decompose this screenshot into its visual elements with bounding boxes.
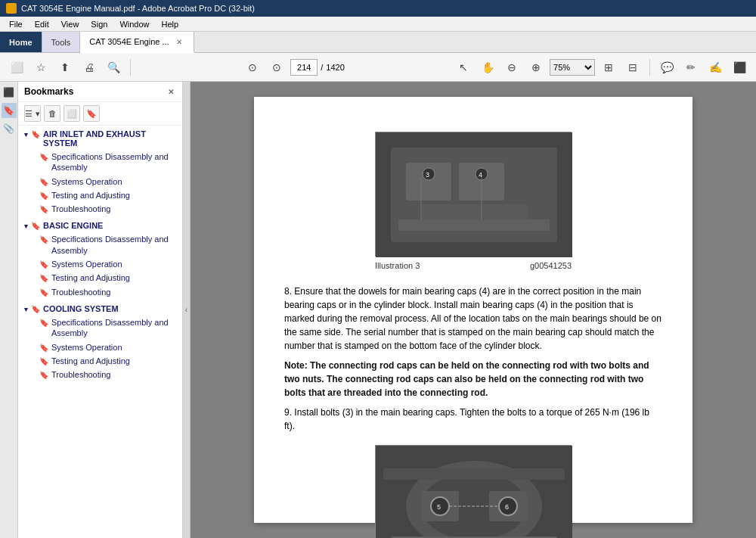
tab-tools-label: Tools [51,38,71,47]
zoom-out-button[interactable]: ⊖ [501,57,522,78]
bm-item-label: Testing and Adjusting [51,356,130,366]
bm-section-header-basic-engine[interactable]: ▾ 🔖 BASIC ENGINE [21,219,179,232]
list-item[interactable]: 🔖 Troubleshooting [36,368,179,381]
tab-tools[interactable]: Tools [42,32,81,52]
list-item[interactable]: 🔖 Testing and Adjusting [36,271,179,285]
illustration-3-caption: Illustration 3 g00541253 [375,260,572,272]
bm-item-label: Troubleshooting [51,287,110,297]
sidebar-icons: ⬛ 🔖 📎 [0,82,18,538]
bm-item-icon: 🔖 [39,343,48,353]
illustration-3-label: Illustration 3 [375,260,420,272]
search-button[interactable]: 🔍 [103,57,124,78]
menu-view[interactable]: View [55,18,85,30]
new-button[interactable]: ⬜ [6,57,27,78]
list-item[interactable]: 🔖 Specifications Disassembly and Assembl… [36,150,179,175]
svg-rect-9 [398,219,550,231]
bookmarks-expand-button[interactable]: ⬜ [64,105,80,122]
menu-file[interactable]: File [3,18,29,30]
doc-step-9-text: 9. Install bolts (3) in the main bearing… [284,406,662,433]
list-item[interactable]: 🔖 Testing and Adjusting [36,188,179,202]
fit-width-button[interactable]: ⊟ [622,57,643,78]
svg-text:6: 6 [505,503,509,511]
bm-items-air-inlet: 🔖 Specifications Disassembly and Assembl… [21,150,179,216]
list-item[interactable]: 🔖 Troubleshooting [36,285,179,299]
bm-item-label: Specifications Disassembly and Assembly [51,234,176,256]
collapse-panel-handle[interactable]: ‹ [183,82,191,538]
bm-item-icon: 🔖 [39,370,48,380]
doc-step-9: 9. Install bolts (3) in the main bearing… [284,406,662,433]
upload-button[interactable]: ⬆ [54,57,76,78]
sep1 [130,59,131,76]
next-page-button[interactable]: ⊙ [266,57,287,78]
list-item[interactable]: 🔖 Systems Operation [36,257,179,271]
list-item[interactable]: 🔖 Systems Operation [36,175,179,188]
bm-section-header-air-inlet[interactable]: ▾ 🔖 AIR INLET AND EXHAUST SYSTEM [21,127,179,150]
bm-section-cooling: ▾ 🔖 COOLING SYSTEM 🔖 Specifications Disa… [18,300,182,383]
menu-help[interactable]: Help [156,18,185,30]
bookmarks-options-button[interactable]: ☰ ▾ [24,105,41,122]
doc-area: 3 4 Illustration 3 g00541253 8. Ensure t… [191,82,756,538]
bookmarks-delete-button[interactable]: 🗑 [44,105,60,122]
comment-button[interactable]: 💬 [656,57,677,78]
page-number-input[interactable] [290,59,318,76]
edit-button[interactable]: ✏ [680,57,702,78]
list-item[interactable]: 🔖 Specifications Disassembly and Assembl… [36,316,179,341]
bm-item-label: Systems Operation [51,259,122,269]
bm-item-icon: 🔖 [39,260,48,269]
tab-document[interactable]: CAT 3054E Engine ... ✕ [80,32,194,53]
menu-edit[interactable]: Edit [29,18,55,30]
attachment-icon[interactable]: 📎 [2,121,17,136]
doc-note: Note: The connecting rod caps can be hel… [284,359,662,400]
share-button[interactable]: ⬛ [729,57,750,78]
bookmark-button[interactable]: ☆ [30,57,51,78]
page-separator: / [321,63,323,72]
bm-item-icon: 🔖 [39,191,48,201]
bm-items-basic-engine: 🔖 Specifications Disassembly and Assembl… [21,232,179,298]
bm-item-label: Specifications Disassembly and Assembly [51,151,176,173]
select-tool[interactable]: ↖ [453,57,474,78]
page-thumbnails-icon[interactable]: ⬛ [2,85,17,100]
bm-section-label-basic-engine: BASIC ENGINE [43,221,103,230]
bookmarks-icon[interactable]: 🔖 [2,103,17,118]
bookmarks-collapse-button[interactable]: 🔖 [83,105,100,122]
toggle-basic-engine: ▾ [24,222,28,230]
zoom-select[interactable]: 75% 100% 50% 125% [550,59,595,76]
menu-window[interactable]: Window [113,18,155,30]
list-item[interactable]: 🔖 Troubleshooting [36,202,179,216]
bm-item-label: Specifications Disassembly and Assembly [51,317,176,339]
bm-item-icon: 🔖 [39,273,48,283]
svg-text:5: 5 [437,503,441,511]
print-button[interactable]: 🖨 [79,57,100,78]
fit-page-button[interactable]: ⊞ [598,57,619,78]
menu-bar: File Edit View Sign Window Help [0,17,756,32]
illustration-3-image: 3 4 [375,132,572,257]
menu-sign[interactable]: Sign [85,18,113,30]
tab-close-button[interactable]: ✕ [174,36,184,47]
bm-icon-cooling: 🔖 [31,305,40,313]
illustration-3-container: 3 4 Illustration 3 g00541253 [284,132,662,272]
sign-button[interactable]: ✍ [705,57,726,78]
svg-text:4: 4 [479,171,482,179]
doc-note-content: Note: The connecting rod caps can be hel… [284,360,649,398]
bm-section-header-cooling[interactable]: ▾ 🔖 COOLING SYSTEM [21,302,179,316]
bookmarks-close-button[interactable]: ✕ [166,86,176,97]
list-item[interactable]: 🔖 Specifications Disassembly and Assembl… [36,232,179,257]
bm-item-label: Testing and Adjusting [51,190,130,201]
prev-page-button[interactable]: ⊙ [242,57,263,78]
bm-item-label: Troubleshooting [51,204,110,214]
bm-item-label: Troubleshooting [51,369,110,380]
list-item[interactable]: 🔖 Systems Operation [36,341,179,354]
tab-home[interactable]: Home [0,32,42,52]
app-icon [6,3,17,14]
toggle-air-inlet: ▾ [24,131,28,138]
hand-tool[interactable]: ✋ [477,57,498,78]
toolbar: ⬜ ☆ ⬆ 🖨 🔍 ⊙ ⊙ / 1420 ↖ ✋ ⊖ ⊕ 75% 100% 50… [0,53,756,82]
bm-icon-air-inlet: 🔖 [31,130,40,138]
tab-home-label: Home [9,38,33,47]
zoom-in-button[interactable]: ⊕ [525,57,547,78]
bm-section-air-inlet: ▾ 🔖 AIR INLET AND EXHAUST SYSTEM 🔖 Speci… [18,126,182,217]
list-item[interactable]: 🔖 Testing and Adjusting [36,354,179,368]
tab-bar: Home Tools CAT 3054E Engine ... ✕ [0,32,756,53]
page-nav: / 1420 [290,59,345,76]
bookmarks-title: Bookmarks [24,86,73,97]
